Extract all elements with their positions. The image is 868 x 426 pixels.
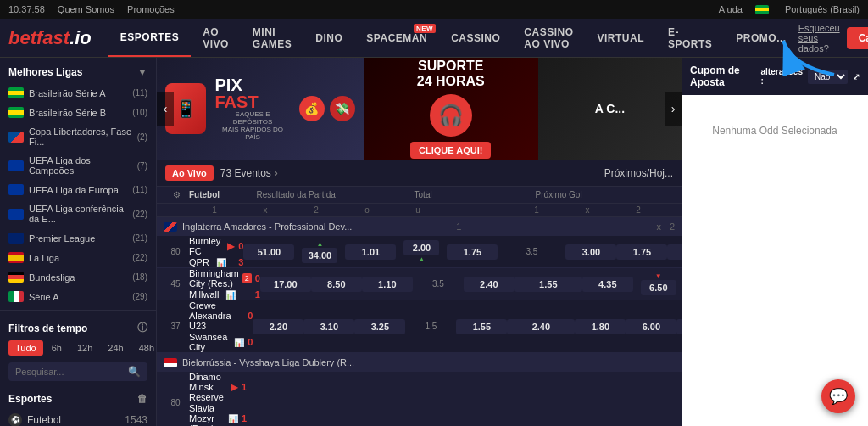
league-libertadores[interactable]: Copa Libertadores, Fase Fi... (2) — [0, 122, 156, 151]
match-birmingham-millwall: 45' Birmingham City (Res.) 2 0 Millwall … — [157, 268, 682, 300]
result-1: 1 — [189, 205, 240, 215]
odd-1-btn[interactable]: 51.00 — [243, 244, 294, 260]
league-serie-a[interactable]: Série A (29) — [0, 287, 156, 306]
info-icon: ⓘ — [137, 321, 147, 335]
odd-n1-btn[interactable]: 1.80 — [575, 319, 626, 334]
odd-2-btn[interactable]: 1.01 — [345, 244, 396, 260]
filter-tab-12h[interactable]: 12h — [70, 340, 99, 356]
odd-nx-btn[interactable]: 6.00 — [626, 319, 676, 334]
odd-x-btn[interactable]: 3.10 — [303, 319, 354, 334]
filter-tab-6h[interactable]: 6h — [45, 340, 69, 356]
group-belarus: Bielorrússia - Vysshaya Liga Dublery (R.… — [157, 353, 682, 372]
chat-icon: 💬 — [829, 387, 848, 406]
league-conference[interactable]: UEFA Liga conferência da E... (22) — [0, 199, 156, 228]
result-col-2: 2 — [670, 221, 675, 232]
league-premier[interactable]: Premier League (21) — [0, 228, 156, 248]
odd-nx-btn[interactable]: 1.75 — [616, 244, 667, 260]
league-champions[interactable]: UEFA Liga dos Campeões (7) — [0, 151, 156, 180]
team2-score: 1 — [242, 413, 247, 423]
stats-icon: 📊 — [225, 290, 236, 300]
banner-prev-button[interactable]: ‹ — [157, 92, 174, 126]
result-x: x — [240, 205, 291, 215]
language-selector[interactable]: Português (Brasil) — [785, 4, 860, 14]
chat-button[interactable]: 💬 — [821, 379, 855, 413]
odd-to-btn[interactable]: 1.55 — [456, 319, 507, 334]
odd-n1-btn[interactable]: 3.00 — [565, 244, 616, 260]
nav-promo[interactable]: PROMO... — [724, 19, 798, 57]
filter-tab-24h[interactable]: 24h — [101, 340, 130, 356]
league-brasileirao-b[interactable]: Brasileirão Série B (10) — [0, 103, 156, 122]
flag-es-icon — [8, 252, 24, 263]
odd-tu-btn[interactable]: 2.40 — [507, 319, 575, 334]
stats-icon: 📊 — [234, 338, 244, 347]
nav-virtual[interactable]: VIRTUAL — [586, 19, 657, 57]
odd-x-btn[interactable]: 34.00 — [302, 248, 337, 263]
video-icon: ▶ — [231, 381, 238, 393]
flag-belarus-icon — [164, 358, 177, 367]
odd-1-btn[interactable]: 17.00 — [260, 277, 311, 292]
team2-name: Swansea City — [189, 332, 227, 352]
expand-icon[interactable]: ⤢ — [853, 72, 860, 81]
banner-next-button[interactable]: › — [665, 92, 682, 126]
odd-n1-btn[interactable]: 4.35 — [582, 277, 633, 292]
total-o: o — [342, 205, 392, 215]
league-laliga[interactable]: La Liga (22) — [0, 248, 156, 267]
promocoes-link[interactable]: Promoções — [127, 4, 175, 14]
league-europa[interactable]: UEFA Liga da Europa (11) — [0, 180, 156, 199]
trash-icon[interactable]: 🗑 — [137, 393, 147, 405]
odd-n2-btn[interactable]: 5.00 — [667, 244, 682, 260]
proximos-hoje[interactable]: Próximos/Hoj... — [604, 167, 673, 179]
nav-cassino-ao-vivo[interactable]: CASSINO AO VIVO — [512, 19, 585, 57]
alteracoes-select[interactable]: Não — [808, 70, 848, 84]
best-leagues-title: Melhores Ligas ▼ — [0, 58, 156, 83]
search-input[interactable] — [15, 367, 125, 377]
cadastrar-button[interactable]: Cadastrar — [847, 27, 868, 49]
next-x: x — [562, 205, 613, 215]
sport-futebol[interactable]: ⚽ Futebol 1543 — [0, 410, 156, 426]
header-result-label: Resultado da Partida — [220, 190, 372, 199]
flag-it-icon — [8, 291, 24, 302]
nav-spaceman[interactable]: SPACEMAN NEW — [354, 19, 439, 57]
flag-brazil-icon — [755, 4, 772, 15]
filter-tab-tudo[interactable]: Tudo — [8, 340, 43, 356]
time-display: 10:37:58 — [8, 4, 45, 14]
total-u: u — [392, 205, 443, 215]
nav-dino[interactable]: DINO — [303, 19, 354, 57]
table-container: ⚙ Futebol Resultado da Partida Total Pró… — [157, 187, 682, 426]
events-count[interactable]: 73 Eventos — [220, 167, 271, 179]
league-brasileirao-a[interactable]: Brasileirão Série A (11) — [0, 83, 156, 103]
odd-to-btn[interactable]: 2.00 — [403, 240, 439, 255]
odd-2-btn[interactable]: 3.25 — [354, 319, 405, 334]
match-burnley-qpr: 80' Burnley FC ▶ 0 QPR 📊 3 51.00 ▲ — [157, 236, 682, 268]
search-box: 🔍 — [8, 362, 147, 381]
nav-mini-games[interactable]: MINI GAMES — [241, 19, 304, 57]
team1-score: 0 — [248, 311, 253, 321]
forgot-link[interactable]: Esqueceu seus dados? — [798, 23, 840, 53]
nav-esportes[interactable]: ESPORTES — [108, 19, 191, 57]
odd-x-btn[interactable]: 8.50 — [311, 277, 362, 292]
next-2: 2 — [613, 205, 664, 215]
odd-tu-btn[interactable]: 1.75 — [447, 244, 498, 260]
nav-ao-vivo[interactable]: AO VIVO — [191, 19, 241, 57]
cupom-header: Cupom de Aposta alterações : Não ⤢ — [682, 58, 868, 95]
quem-somos-link[interactable]: Quem Somos — [58, 4, 114, 14]
nav-esports[interactable]: E-SPORTS — [656, 19, 724, 57]
odd-nx-btn[interactable]: 6.50 — [641, 280, 676, 295]
odd-to-btn[interactable]: 2.40 — [464, 277, 515, 292]
odd-2-btn[interactable]: 1.10 — [362, 277, 413, 292]
team2-score: 0 — [248, 337, 253, 347]
nav-cassino[interactable]: CASSINO — [439, 19, 512, 57]
suporte-link[interactable]: CLIQUE AQUI! — [410, 142, 491, 159]
filter-tab-48h[interactable]: 48h — [132, 340, 157, 356]
collapse-icon[interactable]: ▼ — [137, 66, 147, 78]
cupom-options: alterações : Não ⤢ — [761, 67, 860, 86]
banner-suporte: SUPORTE24 HORAS 🎧 CLIQUE AQUI! — [364, 58, 538, 160]
help-link[interactable]: Ajuda — [719, 4, 743, 14]
league-bundesliga[interactable]: Bundesliga (18) — [0, 267, 156, 287]
divider — [0, 310, 156, 311]
events-arrow: › — [275, 167, 278, 179]
alteracoes-label: alterações : — [761, 67, 803, 86]
odd-1-btn[interactable]: 2.20 — [253, 319, 303, 334]
filter-tabs: Tudo 6h 12h 24h 48h — [8, 340, 147, 356]
odd-tu-btn[interactable]: 1.55 — [515, 277, 582, 292]
